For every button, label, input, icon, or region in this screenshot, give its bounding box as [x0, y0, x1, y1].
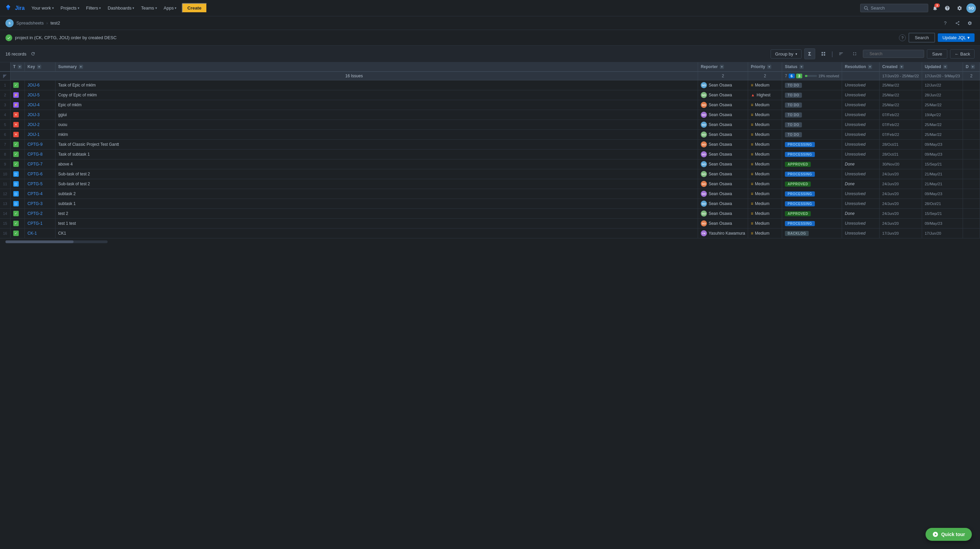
issue-key-link[interactable]: CPTG-6 — [28, 172, 43, 177]
avatar-image: SO — [701, 92, 707, 98]
issue-key-link[interactable]: JOIJ-5 — [28, 92, 40, 97]
jql-input[interactable] — [15, 35, 896, 40]
row-key[interactable]: CPTG-1 — [24, 219, 55, 229]
notifications-button[interactable]: 3 — [930, 3, 940, 14]
row-type: ◫ — [10, 199, 24, 209]
nav-search-box[interactable]: Search — [860, 4, 928, 12]
extra-group-cell: 2 — [963, 72, 980, 80]
col-filter-icon[interactable]: ▼ — [868, 65, 872, 69]
nav-projects[interactable]: Projects ▾ — [58, 4, 82, 12]
col-key-header[interactable]: Key ▼ — [24, 62, 55, 72]
col-created-header[interactable]: Created ▼ — [880, 62, 922, 72]
col-filter-icon[interactable]: ▼ — [767, 65, 771, 69]
grid-view-button[interactable] — [818, 48, 829, 59]
issue-key-link[interactable]: CK-1 — [28, 231, 37, 236]
type-icon: ✓ — [13, 221, 19, 226]
issue-key-link[interactable]: JOIJ-3 — [28, 112, 40, 117]
search-button[interactable]: Search — [908, 33, 935, 43]
row-key[interactable]: CPTG-7 — [24, 159, 55, 169]
help-button[interactable] — [942, 3, 953, 14]
row-key[interactable]: JOIJ-1 — [24, 130, 55, 140]
priority-icon: ≡ — [751, 191, 753, 196]
row-key[interactable]: JOIJ-2 — [24, 120, 55, 130]
table-body: 1 ✓ JOIJ-6 Task of Epic of mklm SO Sean … — [0, 80, 980, 239]
nav-your-work[interactable]: Your work ▾ — [29, 4, 56, 12]
col-filter-icon[interactable]: ▼ — [900, 65, 904, 69]
col-filter-icon[interactable]: ▼ — [800, 65, 803, 69]
create-button[interactable]: Create — [182, 3, 207, 13]
nav-filters[interactable]: Filters ▾ — [83, 4, 103, 12]
col-filter-icon[interactable]: ▼ — [79, 65, 83, 69]
row-key[interactable]: JOIJ-4 — [24, 100, 55, 110]
sub-settings-button[interactable] — [965, 18, 975, 28]
scroll-track[interactable] — [5, 240, 108, 243]
col-filter-icon[interactable]: ▼ — [971, 65, 975, 69]
toolbar-search-input[interactable] — [869, 51, 920, 56]
reporter-avatar: SO — [701, 141, 707, 148]
row-key[interactable]: CPTG-9 — [24, 140, 55, 150]
issue-key-link[interactable]: CPTG-1 — [28, 221, 43, 226]
issue-key-link[interactable]: JOIJ-6 — [28, 83, 40, 88]
issue-key-link[interactable]: CPTG-7 — [28, 162, 43, 167]
row-extra — [963, 229, 980, 239]
row-key[interactable]: CPTG-2 — [24, 209, 55, 219]
settings-button[interactable] — [954, 3, 965, 14]
back-button[interactable]: ← Back — [950, 49, 975, 59]
sub-share-button[interactable] — [953, 18, 962, 28]
col-filter-icon[interactable]: ▼ — [18, 65, 22, 69]
row-key[interactable]: CPTG-8 — [24, 150, 55, 159]
col-filter-icon[interactable]: ▼ — [943, 65, 947, 69]
col-status-header[interactable]: Status ▼ — [782, 62, 842, 72]
resolution-text: Unresolved — [845, 92, 865, 97]
row-key[interactable]: CPTG-5 — [24, 179, 55, 189]
col-reporter-header[interactable]: Reporter ▼ — [698, 62, 748, 72]
col-summary-header[interactable]: Summary ▼ — [55, 62, 698, 72]
priority-text: Medium — [755, 191, 770, 196]
sigma-view-button[interactable]: Σ — [804, 48, 815, 59]
col-updated-header[interactable]: Updated ▼ — [922, 62, 963, 72]
scroll-thumb[interactable] — [5, 240, 73, 243]
nav-teams[interactable]: Teams ▾ — [138, 4, 159, 12]
sub-help-button[interactable]: ? — [940, 18, 950, 28]
row-created: 17/Jun/20 — [880, 229, 922, 239]
row-key[interactable]: CPTG-6 — [24, 169, 55, 179]
update-jql-button[interactable]: Update JQL ▾ — [938, 33, 975, 42]
issue-key-link[interactable]: CPTG-9 — [28, 142, 43, 147]
save-button[interactable]: Save — [927, 49, 947, 59]
row-priority: ≡ Medium — [748, 189, 782, 199]
col-filter-icon[interactable]: ▼ — [37, 65, 41, 69]
nav-apps[interactable]: Apps ▾ — [161, 4, 180, 12]
sort-button[interactable] — [835, 48, 846, 59]
user-avatar[interactable]: SO — [966, 3, 976, 13]
issue-key-link[interactable]: JOIJ-2 — [28, 122, 40, 127]
row-key[interactable]: CK-1 — [24, 229, 55, 239]
row-key[interactable]: CPTG-4 — [24, 189, 55, 199]
table-row: 5 ✕ JOIJ-2 ouou SO Sean Osawa ≡ — [0, 120, 980, 130]
issue-key-link[interactable]: CPTG-3 — [28, 201, 43, 206]
col-resolution-header[interactable]: Resolution ▼ — [842, 62, 880, 72]
group-by-button[interactable]: Group by ▾ — [771, 49, 801, 59]
toolbar-search[interactable] — [863, 50, 924, 58]
collapse-button[interactable] — [849, 48, 860, 59]
row-key[interactable]: JOIJ-6 — [24, 80, 55, 90]
row-key[interactable]: JOIJ-5 — [24, 90, 55, 100]
nav-logo[interactable]: Jira — [4, 4, 24, 12]
issue-key-link[interactable]: JOIJ-1 — [28, 132, 40, 137]
row-key[interactable]: JOIJ-3 — [24, 110, 55, 120]
issue-key-link[interactable]: CPTG-4 — [28, 191, 43, 196]
jql-help-button[interactable]: ? — [899, 34, 906, 41]
issue-key-link[interactable]: CPTG-2 — [28, 211, 43, 216]
search-icon — [867, 52, 867, 56]
breadcrumb-spreadsheets[interactable]: Spreadsheets — [16, 21, 44, 25]
nav-dashboards[interactable]: Dashboards ▾ — [105, 4, 137, 12]
row-key[interactable]: CPTG-3 — [24, 199, 55, 209]
refresh-button[interactable] — [29, 50, 37, 58]
col-extra-header[interactable]: D ▼ — [963, 62, 980, 72]
col-priority-header[interactable]: Priority ▼ — [748, 62, 782, 72]
issue-key-link[interactable]: CPTG-5 — [28, 181, 43, 186]
col-type-header[interactable]: T ▼ — [10, 62, 24, 72]
issue-key-link[interactable]: CPTG-8 — [28, 152, 43, 157]
col-filter-icon[interactable]: ▼ — [720, 65, 724, 69]
issue-key-link[interactable]: JOIJ-4 — [28, 102, 40, 107]
scroll-area[interactable] — [0, 239, 980, 245]
